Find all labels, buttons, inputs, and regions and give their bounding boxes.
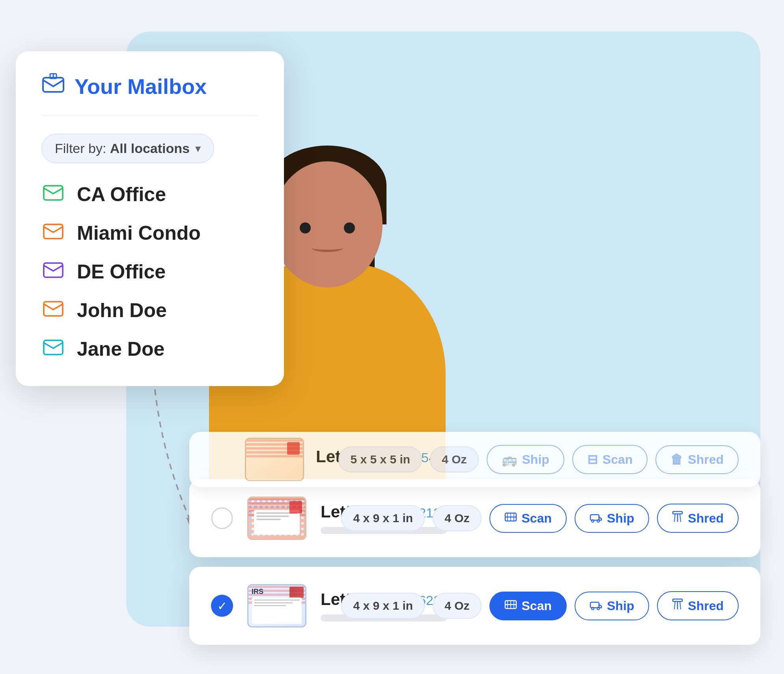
size-badge-bg: 5 x 5 x 5 in	[338, 446, 422, 472]
mail-actions-bg: 5 x 5 x 5 in 4 Oz 🚌 Ship ⊟ Scan 🗑 Shred	[338, 445, 739, 474]
mail-panel: Letter 100004254 5 x 5 x 5 in 4 Oz 🚌 Shi…	[189, 432, 760, 654]
envelope-image-1	[247, 497, 306, 540]
shred-button-bg[interactable]: 🗑 Shred	[655, 445, 739, 474]
size-badge-1: 4 x 9 x 1 in	[341, 505, 425, 531]
location-item-john-doe[interactable]: John Doe	[41, 299, 258, 322]
checkbox-1[interactable]	[211, 507, 233, 529]
mail-info-1: Letter 100006213	[321, 502, 327, 534]
shred-icon-1	[672, 511, 683, 526]
envelope-icon-purple	[41, 261, 65, 282]
shred-icon-bg: 🗑	[670, 452, 683, 467]
mailbox-icon	[41, 73, 65, 99]
filter-label: Filter by: All locations	[55, 141, 190, 156]
weight-badge-bg: 4 Oz	[430, 446, 478, 472]
svg-rect-18	[673, 512, 682, 514]
size-badge-2: 4 x 9 x 1 in	[341, 593, 425, 619]
scan-button-bg[interactable]: ⊟ Scan	[572, 445, 648, 474]
scene: Your Mailbox Filter by: All locations ▾ …	[0, 0, 784, 674]
scan-icon-1	[504, 511, 517, 526]
mailbox-header: Your Mailbox	[41, 73, 258, 116]
weight-badge-1: 4 Oz	[433, 505, 481, 531]
scan-icon-bg: ⊟	[587, 452, 598, 467]
location-list: CA Office Miami Condo DE	[41, 183, 258, 360]
envelope-icon-green	[41, 184, 65, 205]
svg-rect-15	[590, 515, 599, 520]
svg-line-32	[674, 601, 675, 609]
mail-card-1: Letter 100006213 4 x 9 x 1 in 4 Oz	[189, 479, 760, 557]
location-name-de: DE Office	[77, 260, 166, 283]
shred-button-2[interactable]: Shred	[657, 591, 739, 620]
location-name-miami: Miami Condo	[77, 222, 201, 245]
shred-icon-2	[672, 598, 683, 613]
location-item-miami-condo[interactable]: Miami Condo	[41, 222, 258, 245]
scan-button-1[interactable]: Scan	[489, 504, 567, 533]
svg-point-29	[597, 607, 599, 610]
mailbox-title: Your Mailbox	[75, 74, 207, 99]
mail-actions-2: 4 x 9 x 1 in 4 Oz Scan	[341, 591, 739, 620]
scan-button-2[interactable]: Scan	[489, 592, 567, 620]
mail-card-background: Letter 100004254 5 x 5 x 5 in 4 Oz 🚌 Shi…	[189, 432, 760, 487]
svg-point-28	[592, 607, 594, 610]
mail-card-2: ✓ IRS Letter 1000046234 4 x 9 x 1 in	[189, 567, 760, 645]
location-name-jane: Jane Doe	[77, 338, 164, 360]
envelope-image-bg	[245, 438, 304, 481]
svg-point-16	[592, 520, 594, 522]
mailbox-card: Your Mailbox Filter by: All locations ▾ …	[16, 51, 284, 386]
weight-badge-2: 4 Oz	[433, 593, 481, 619]
svg-rect-30	[673, 599, 682, 601]
checkbox-empty-bg	[211, 448, 233, 470]
location-name-john: John Doe	[77, 299, 167, 322]
mail-info-2: Letter 1000046234	[321, 590, 327, 622]
ship-icon-1	[590, 511, 602, 526]
location-name-ca: CA Office	[77, 183, 166, 206]
envelope-icon-orange-miami	[41, 222, 65, 244]
shred-button-1[interactable]: Shred	[657, 504, 739, 533]
mail-info-bg: Letter 100004254	[316, 447, 327, 472]
envelope-icon-orange-john	[41, 300, 65, 321]
svg-rect-0	[43, 78, 63, 92]
envelope-icon-cyan	[41, 338, 65, 360]
scan-icon-2	[504, 599, 517, 613]
ship-icon-bg: 🚌	[502, 452, 517, 467]
mail-actions-1: 4 x 9 x 1 in 4 Oz Scan	[341, 504, 739, 533]
ship-button-2[interactable]: Ship	[575, 592, 649, 620]
checkbox-2[interactable]: ✓	[211, 595, 233, 617]
location-item-ca-office[interactable]: CA Office	[41, 183, 258, 206]
svg-point-9	[212, 508, 232, 528]
svg-line-20	[674, 514, 675, 522]
envelope-image-2: IRS	[247, 584, 306, 627]
location-item-de-office[interactable]: DE Office	[41, 260, 258, 283]
location-item-jane-doe[interactable]: Jane Doe	[41, 338, 258, 360]
ship-button-1[interactable]: Ship	[575, 504, 649, 533]
ship-icon-2	[590, 599, 602, 613]
svg-line-33	[680, 601, 681, 609]
ship-button-bg[interactable]: 🚌 Ship	[487, 445, 564, 474]
svg-rect-27	[590, 602, 599, 608]
chevron-down-icon: ▾	[195, 142, 201, 155]
svg-line-21	[680, 514, 681, 522]
filter-dropdown[interactable]: Filter by: All locations ▾	[41, 134, 214, 163]
svg-point-17	[597, 520, 599, 522]
